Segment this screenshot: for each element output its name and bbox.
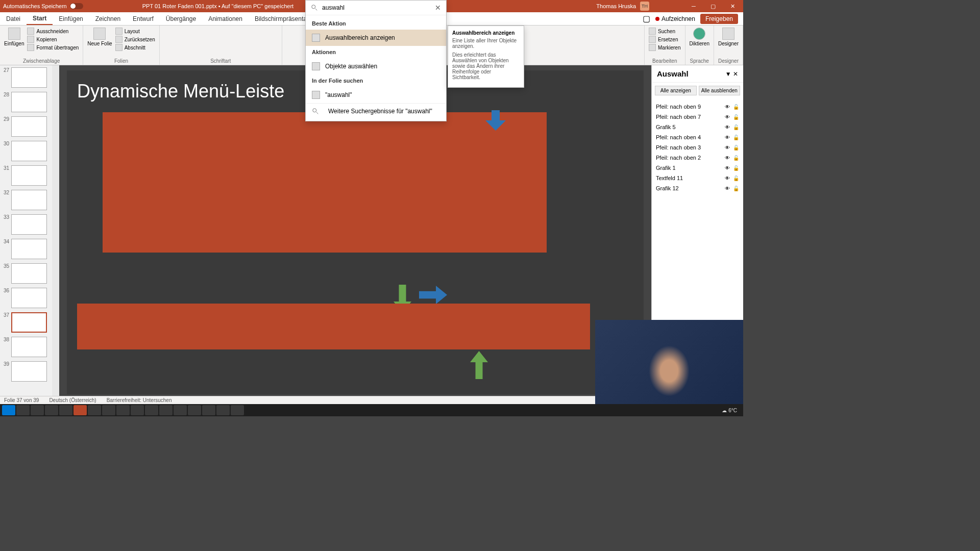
lock-icon[interactable] <box>733 175 739 181</box>
section-button[interactable]: Abschnitt <box>115 44 155 51</box>
thumbnail-33[interactable]: 33 <box>0 212 59 237</box>
selection-item[interactable]: Pfeil: nach oben 4 <box>655 132 740 142</box>
lock-icon[interactable] <box>733 114 739 120</box>
thumbnail-36[interactable]: 36 <box>0 286 59 310</box>
thumbnail-35[interactable]: 35 <box>0 261 59 286</box>
outlook-icon[interactable] <box>59 405 72 415</box>
reset-button[interactable]: Zurücksetzen <box>115 36 155 43</box>
thumbnail-37[interactable]: 37 <box>0 310 59 335</box>
tab-entwurf[interactable]: Entwurf <box>127 12 160 25</box>
lock-icon[interactable] <box>733 155 739 161</box>
lock-icon[interactable] <box>733 144 739 151</box>
start-button[interactable] <box>2 405 15 415</box>
undo-icon[interactable] <box>97 2 106 10</box>
designer-button[interactable]: Designer <box>718 28 739 58</box>
replace-button[interactable]: Ersetzen <box>649 36 680 43</box>
language-status[interactable]: Deutsch (Österreich) <box>49 397 96 403</box>
thumbnail-31[interactable]: 31 <box>0 163 59 188</box>
visibility-icon[interactable] <box>725 124 731 130</box>
dictate-button[interactable]: Diktieren <box>690 28 709 58</box>
tab-start[interactable]: Start <box>27 12 53 25</box>
thumbnail-38[interactable]: 38 <box>0 335 59 359</box>
search-result-slide[interactable]: "auswahl" <box>306 87 446 103</box>
selection-item[interactable]: Pfeil: nach oben 7 <box>655 112 740 122</box>
chrome-icon[interactable] <box>45 405 58 415</box>
new-slide-button[interactable]: Neue Folie <box>87 28 112 58</box>
tab-einfugen[interactable]: Einfügen <box>53 12 89 25</box>
cloud-icon[interactable] <box>655 2 664 10</box>
app-icon[interactable] <box>116 405 130 415</box>
cut-button[interactable]: Ausschneiden <box>27 28 79 35</box>
selection-item[interactable]: Textfeld 11 <box>655 173 740 183</box>
visibility-icon[interactable] <box>725 175 731 181</box>
firefox-icon[interactable] <box>31 405 44 415</box>
format-painter-button[interactable]: Format übertragen <box>27 44 79 51</box>
app-icon[interactable] <box>174 405 187 415</box>
thumbnail-34[interactable]: 34 <box>0 237 59 261</box>
thumbnail-30[interactable]: 30 <box>0 139 59 163</box>
selection-item[interactable]: Grafik 12 <box>655 183 740 193</box>
onenote-icon[interactable] <box>145 405 158 415</box>
layout-button[interactable]: Layout <box>115 28 155 35</box>
app-icon[interactable] <box>231 405 244 415</box>
tab-datei[interactable]: Datei <box>0 12 27 25</box>
show-all-button[interactable]: Alle anzeigen <box>655 86 697 95</box>
visibility-icon[interactable] <box>725 134 731 140</box>
redo-icon[interactable] <box>110 2 118 10</box>
app-icon[interactable] <box>188 405 201 415</box>
lock-icon[interactable] <box>733 185 739 191</box>
slideshow-icon[interactable] <box>122 2 130 10</box>
thumbnail-scrollbar[interactable] <box>52 65 59 396</box>
selection-pane-close[interactable]: ▼ ✕ <box>725 70 738 78</box>
accessibility-status[interactable]: Barrierefreiheit: Untersuchen <box>107 397 172 403</box>
visibility-icon[interactable] <box>725 185 731 191</box>
comment-icon[interactable]: ▢ <box>643 14 650 23</box>
selection-item[interactable]: Pfeil: nach oben 9 <box>655 102 740 112</box>
lock-icon[interactable] <box>733 134 739 140</box>
visibility-icon[interactable] <box>725 104 731 110</box>
selection-item[interactable]: Grafik 1 <box>655 163 740 173</box>
app-icon[interactable] <box>216 405 230 415</box>
thumbnail-28[interactable]: 28 <box>0 90 59 114</box>
toggle-switch[interactable] <box>70 3 83 9</box>
search-close-button[interactable]: ✕ <box>435 4 441 12</box>
record-button[interactable]: Aufzeichnen <box>655 15 695 22</box>
find-button[interactable]: Suchen <box>649 28 680 35</box>
visibility-icon[interactable] <box>725 155 731 161</box>
app-icon[interactable] <box>131 405 144 415</box>
weather-widget[interactable]: ☁ 6°C <box>722 408 737 413</box>
selection-item[interactable]: Pfeil: nach oben 3 <box>655 142 740 153</box>
close-button[interactable]: ✕ <box>725 3 740 10</box>
tab-zeichnen[interactable]: Zeichnen <box>89 12 127 25</box>
app-icon[interactable] <box>102 405 115 415</box>
search-result-more[interactable]: Weitere Suchergebnisse für "auswahl" <box>306 103 446 119</box>
thumbnail-29[interactable]: 29 <box>0 114 59 139</box>
tab-animationen[interactable]: Animationen <box>202 12 249 25</box>
thumbnail-39[interactable]: 39 <box>0 359 59 384</box>
hide-all-button[interactable]: Alle ausblenden <box>699 86 741 95</box>
minimize-button[interactable]: ─ <box>686 3 701 9</box>
lock-icon[interactable] <box>733 124 739 130</box>
select-button[interactable]: Markieren <box>649 44 680 51</box>
share-button[interactable]: Freigeben <box>700 14 738 24</box>
app-icon[interactable] <box>159 405 173 415</box>
thumbnail-32[interactable]: 32 <box>0 188 59 212</box>
selection-item[interactable]: Grafik 5 <box>655 122 740 132</box>
search-input[interactable] <box>322 4 435 11</box>
visibility-icon[interactable] <box>725 114 731 120</box>
thumbnail-27[interactable]: 27 <box>0 65 59 90</box>
explorer-icon[interactable] <box>16 405 30 415</box>
app-icon[interactable] <box>88 405 101 415</box>
search-result-best[interactable]: Auswahlbereich anzeigen <box>306 30 446 46</box>
powerpoint-icon[interactable] <box>74 405 87 415</box>
paste-button[interactable]: Einfügen <box>4 28 24 58</box>
lock-icon[interactable] <box>733 165 739 171</box>
link-icon[interactable] <box>672 2 680 10</box>
autosave-toggle[interactable]: Automatisches Speichern <box>3 3 83 9</box>
search-result-action[interactable]: Objekte auswählen <box>306 58 446 74</box>
copy-button[interactable]: Kopieren <box>27 36 79 43</box>
save-icon[interactable] <box>85 2 93 10</box>
maximize-button[interactable]: ▢ <box>705 3 721 10</box>
tab-ubergange[interactable]: Übergänge <box>160 12 202 25</box>
visibility-icon[interactable] <box>725 144 731 151</box>
